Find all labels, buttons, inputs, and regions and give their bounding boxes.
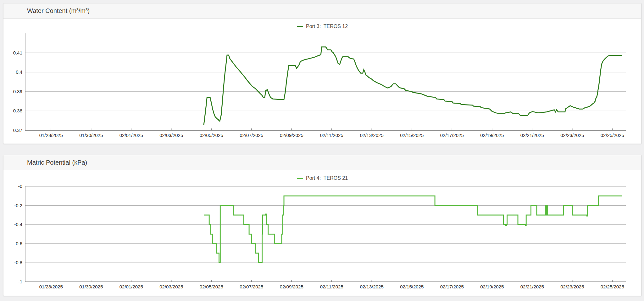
svg-text:0.37: 0.37 [13, 128, 22, 133]
svg-text:0.38: 0.38 [13, 108, 22, 113]
axes [25, 33, 626, 130]
svg-text:01/28/2025: 01/28/2025 [39, 133, 63, 138]
series-line [204, 196, 622, 263]
legend-label: Port 3: TEROS 12 [306, 24, 348, 29]
svg-text:01/30/2025: 01/30/2025 [79, 284, 103, 289]
axes [25, 186, 626, 282]
svg-text:01/28/2025: 01/28/2025 [39, 284, 63, 289]
svg-text:02/17/2025: 02/17/2025 [440, 284, 464, 289]
matric-potential-legend[interactable]: Port 4: TEROS 21 [3, 175, 641, 181]
water-content-card-header: Water Content (m³/m³) [3, 3, 641, 19]
svg-text:02/11/2025: 02/11/2025 [320, 284, 343, 289]
svg-text:02/11/2025: 02/11/2025 [320, 133, 343, 138]
svg-text:02/03/2025: 02/03/2025 [159, 284, 183, 289]
gridlines [25, 53, 626, 111]
legend-label: Port 4: TEROS 21 [306, 175, 348, 181]
axis-labels: -1-0.8-0.6-0.4-0.2-001/28/202501/30/2025… [14, 184, 624, 289]
legend-line-marker [297, 178, 303, 179]
svg-text:-0.4: -0.4 [14, 222, 22, 227]
svg-text:01/30/2025: 01/30/2025 [79, 133, 103, 138]
svg-text:02/13/2025: 02/13/2025 [360, 133, 384, 138]
water-content-title: Water Content (m³/m³) [3, 3, 641, 18]
series-line [204, 47, 622, 125]
matric-potential-chart-area: Port 4: TEROS 21 -1-0.8-0.6-0.4-0.2-001/… [3, 170, 641, 296]
matric-potential-chart[interactable]: -1-0.8-0.6-0.4-0.2-001/28/202501/30/2025… [3, 170, 641, 296]
svg-text:-0.2: -0.2 [14, 203, 22, 208]
svg-text:-0: -0 [18, 184, 22, 189]
axis-labels: 0.370.380.390.40.4101/28/202501/30/20250… [13, 50, 624, 138]
matric-potential-card-header: Matric Potential (kPa) [3, 155, 641, 170]
svg-text:02/09/2025: 02/09/2025 [280, 133, 303, 138]
water-content-legend[interactable]: Port 3: TEROS 12 [3, 24, 641, 29]
svg-text:02/19/2025: 02/19/2025 [480, 284, 504, 289]
water-content-chart[interactable]: 0.370.380.390.40.4101/28/202501/30/20250… [3, 19, 641, 144]
svg-text:02/05/2025: 02/05/2025 [200, 133, 223, 138]
svg-text:02/21/2025: 02/21/2025 [520, 133, 544, 138]
matric-potential-card: Matric Potential (kPa) Port 4: TEROS 21 … [3, 155, 641, 296]
svg-text:02/01/2025: 02/01/2025 [119, 284, 143, 289]
svg-text:02/23/2025: 02/23/2025 [560, 284, 584, 289]
svg-text:02/19/2025: 02/19/2025 [480, 133, 504, 138]
svg-text:02/17/2025: 02/17/2025 [440, 133, 464, 138]
svg-text:02/15/2025: 02/15/2025 [400, 133, 424, 138]
svg-text:02/25/2025: 02/25/2025 [601, 284, 624, 289]
svg-text:02/07/2025: 02/07/2025 [240, 133, 263, 138]
svg-text:02/15/2025: 02/15/2025 [400, 284, 424, 289]
svg-text:02/03/2025: 02/03/2025 [159, 133, 183, 138]
water-content-card: Water Content (m³/m³) Port 3: TEROS 12 0… [3, 3, 641, 144]
svg-text:-1: -1 [18, 279, 22, 284]
legend-line-marker [297, 26, 303, 27]
svg-text:-0.6: -0.6 [14, 241, 22, 246]
svg-text:02/23/2025: 02/23/2025 [560, 133, 584, 138]
svg-text:02/25/2025: 02/25/2025 [601, 133, 624, 138]
svg-text:02/05/2025: 02/05/2025 [200, 284, 223, 289]
svg-text:02/07/2025: 02/07/2025 [240, 284, 263, 289]
svg-text:02/01/2025: 02/01/2025 [119, 133, 143, 138]
svg-text:-0.8: -0.8 [14, 260, 22, 265]
svg-text:0.39: 0.39 [13, 89, 22, 94]
svg-text:02/09/2025: 02/09/2025 [280, 284, 303, 289]
gridlines [25, 186, 626, 263]
svg-text:02/21/2025: 02/21/2025 [520, 284, 544, 289]
water-content-chart-area: Port 3: TEROS 12 0.370.380.390.40.4101/2… [3, 19, 641, 144]
matric-potential-title: Matric Potential (kPa) [3, 155, 641, 170]
svg-text:0.4: 0.4 [16, 69, 22, 75]
svg-text:0.41: 0.41 [13, 50, 22, 55]
svg-text:02/13/2025: 02/13/2025 [360, 284, 384, 289]
